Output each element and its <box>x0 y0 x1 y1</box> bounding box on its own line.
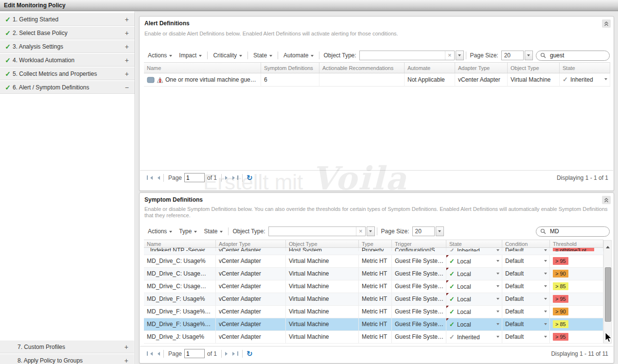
sidebar-step-10[interactable]: ✓1. Getting Started+ <box>0 13 135 26</box>
state-dropdown[interactable]: ✓Inherited <box>446 331 502 343</box>
column-header-condition[interactable]: Condition <box>502 240 550 247</box>
sidebar-step-13[interactable]: ✓4. Workload Automation+ <box>0 53 135 67</box>
type-filter-button[interactable]: Type <box>176 228 200 235</box>
state-dropdown[interactable]: ✓Inherited <box>446 248 502 251</box>
page-number-input[interactable] <box>184 349 205 358</box>
automate-filter-button[interactable]: Automate <box>280 52 317 59</box>
sidebar-step-14[interactable]: ✓5. Collect Metrics and Properties+ <box>0 67 135 80</box>
column-header-actionable-recommendations[interactable]: Actionable Recommendations <box>319 63 405 73</box>
condition-dropdown[interactable]: Default <box>502 255 550 267</box>
column-header-state[interactable]: State <box>446 240 502 247</box>
alert-row[interactable]: One or more virtual machine gue… 6 Not A… <box>144 73 610 87</box>
next-page-button[interactable] <box>225 176 230 180</box>
scroll-up-icon[interactable] <box>606 244 610 248</box>
column-header-automate[interactable]: Automate <box>405 63 455 73</box>
column-header-adapter-type[interactable]: Adapter Type <box>216 240 286 247</box>
alert-search-input[interactable] <box>549 52 600 59</box>
symptom-row[interactable]: MD_Drive_F: Usage%…vCenter AdapterVirtua… <box>144 318 603 331</box>
column-header-name[interactable]: Name <box>144 63 261 73</box>
actions-menu-button[interactable]: Actions <box>144 52 176 59</box>
state-dropdown[interactable]: ✓Local <box>446 268 502 280</box>
collapse-panel-button[interactable] <box>602 19 611 28</box>
column-header-trigger[interactable]: Trigger <box>392 240 446 247</box>
symptom-row[interactable]: MD_Drive_C: Usage…vCenter AdapterVirtual… <box>144 268 603 280</box>
cell-name: MD_Drive_C: Usage… <box>144 268 216 280</box>
prev-page-button[interactable] <box>156 352 160 356</box>
condition-dropdown[interactable]: Default <box>502 306 550 318</box>
column-header-name[interactable]: Name <box>144 240 216 247</box>
collapse-icon[interactable]: − <box>125 84 129 91</box>
condition-dropdown[interactable]: Default <box>502 248 550 251</box>
condition-dropdown[interactable]: Default <box>502 268 550 280</box>
first-page-button[interactable] <box>146 175 153 180</box>
actions-menu-button[interactable]: Actions <box>144 228 176 235</box>
state-filter-button[interactable]: State <box>200 228 226 235</box>
symptom-search-input[interactable] <box>549 227 600 235</box>
page-size-dropdown-button[interactable] <box>525 51 533 60</box>
state-filter-button[interactable]: State <box>250 52 276 59</box>
clear-icon[interactable]: × <box>356 227 365 236</box>
sidebar-step-71[interactable]: 8. Apply Policy to Groups+ <box>0 354 134 364</box>
column-header-symptom-definitions[interactable]: Symptom Definitions <box>261 63 319 73</box>
object-type-input[interactable] <box>269 227 356 235</box>
chevron-down-icon <box>496 311 499 314</box>
last-page-button[interactable] <box>232 175 239 180</box>
column-header-threshold[interactable]: Threshold <box>550 240 603 247</box>
cell-object-type: Virtual Machine <box>286 268 359 280</box>
next-page-button[interactable] <box>225 352 230 356</box>
symptom-row[interactable]: MD_Drive_C: Usage%vCenter AdapterVirtual… <box>144 255 603 268</box>
symptom-row[interactable]: MD_Drive_C: Usage…vCenter AdapterVirtual… <box>144 280 603 293</box>
column-header-object-type[interactable]: Object Type <box>508 63 560 73</box>
impact-filter-button[interactable]: Impact <box>176 52 205 59</box>
condition-dropdown[interactable]: Default <box>502 318 550 330</box>
state-dropdown[interactable]: ✓Local <box>446 280 502 293</box>
symptom-row[interactable]: MD_Drive_F: Usage%…vCenter AdapterVirtua… <box>144 306 603 318</box>
object-type-input[interactable] <box>360 52 445 59</box>
state-dropdown[interactable]: ✓Local <box>446 255 502 267</box>
column-header-object-type[interactable]: Object Type <box>286 240 359 247</box>
last-page-button[interactable] <box>232 351 239 356</box>
condition-dropdown[interactable]: Default <box>502 280 550 293</box>
criticality-filter-button[interactable]: Criticality <box>210 52 246 59</box>
condition-dropdown[interactable]: Default <box>502 331 550 343</box>
expand-icon[interactable]: + <box>124 344 128 350</box>
sidebar-step-11[interactable]: ✓2. Select Base Policy+ <box>0 26 135 39</box>
column-header-adapter-type[interactable]: Adapter Type <box>455 63 508 73</box>
column-header-type[interactable]: Type <box>359 240 392 247</box>
expand-icon[interactable]: + <box>125 70 129 77</box>
refresh-icon[interactable]: ↻ <box>247 349 253 358</box>
collapse-panel-button[interactable] <box>602 196 611 204</box>
column-header-state[interactable]: State <box>560 63 610 73</box>
object-type-dropdown-button[interactable] <box>456 51 464 60</box>
vertical-scrollbar[interactable] <box>603 240 612 344</box>
state-dropdown[interactable]: ✓Local <box>446 318 502 330</box>
expand-icon[interactable]: + <box>124 357 128 364</box>
first-page-button[interactable] <box>146 351 153 356</box>
expand-icon[interactable]: + <box>125 57 129 64</box>
expand-icon[interactable]: + <box>125 16 129 23</box>
object-type-dropdown-button[interactable] <box>367 226 375 236</box>
state-dropdown[interactable]: ✓Local <box>446 293 502 305</box>
state-dropdown[interactable]: ✓Inherited <box>560 73 610 86</box>
symptom-row[interactable]: MD_Drive_J: Usage%vCenter AdapterVirtual… <box>144 331 603 344</box>
page-size-dropdown-button[interactable] <box>436 226 444 236</box>
sidebar-step-70[interactable]: 7. Custom Profiles+ <box>0 340 134 353</box>
expand-icon[interactable]: + <box>125 43 129 50</box>
symptom-row[interactable]: MD_Drive_F: Usage%vCenter AdapterVirtual… <box>144 293 603 306</box>
scrollbar-thumb[interactable] <box>605 267 611 322</box>
page-number-input[interactable] <box>184 173 205 182</box>
chevron-down-icon <box>544 285 547 289</box>
page-size-value[interactable]: 20 <box>412 226 435 236</box>
page-size-value[interactable]: 20 <box>501 51 524 60</box>
scroll-down-icon[interactable] <box>606 335 610 340</box>
condition-dropdown[interactable]: Default <box>502 293 550 305</box>
sidebar-step-12[interactable]: ✓3. Analysis Settings+ <box>0 40 135 53</box>
sidebar-step-15[interactable]: ✓6. Alert / Symptom Definitions− <box>0 81 135 94</box>
expand-icon[interactable]: + <box>125 30 129 36</box>
clear-icon[interactable]: × <box>445 51 454 60</box>
prev-page-button[interactable] <box>156 176 160 180</box>
vm-object-icon <box>147 77 155 83</box>
symptom-row[interactable]: _Indekert NTP -Server…vCenter AdapterHos… <box>144 248 603 255</box>
refresh-icon[interactable]: ↻ <box>247 173 253 182</box>
state-dropdown[interactable]: ✓Local <box>446 306 502 318</box>
